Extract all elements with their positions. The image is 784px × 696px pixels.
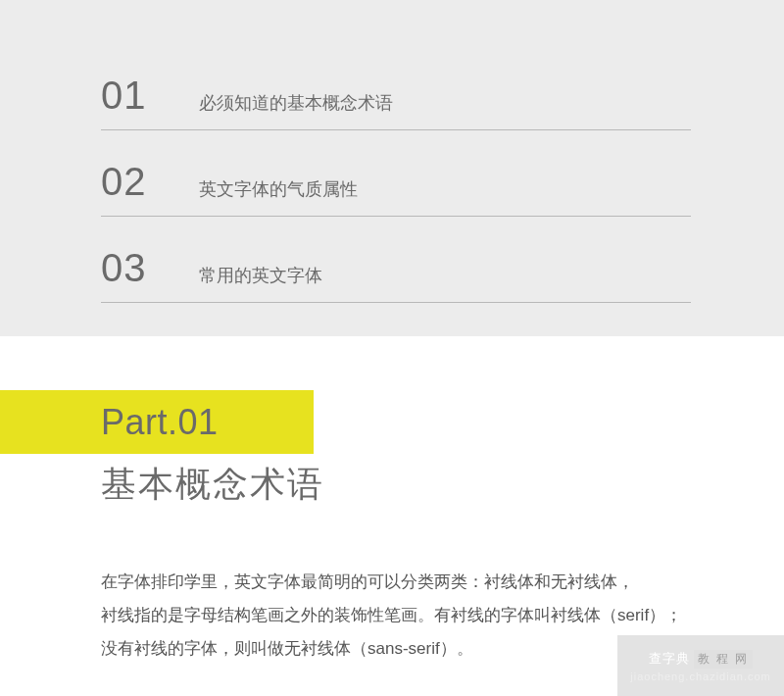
toc-title: 英文字体的气质属性	[199, 177, 358, 201]
watermark: 查字典 教 程 网 jiaocheng.chazidian.com	[617, 635, 784, 696]
part-title: 基本概念术语	[101, 461, 784, 509]
body-line: 在字体排印学里，英文字体最简明的可以分类两类：衬线体和无衬线体，	[101, 566, 784, 599]
toc-item: 01 必须知道的基本概念术语	[101, 74, 691, 130]
toc-number: 02	[101, 160, 199, 204]
toc-list: 01 必须知道的基本概念术语 02 英文字体的气质属性 03 常用的英文字体	[101, 74, 691, 303]
toc-number: 01	[101, 74, 199, 118]
toc-item: 02 英文字体的气质属性	[101, 160, 691, 217]
watermark-brand: 查字典	[649, 650, 690, 668]
toc-title: 必须知道的基本概念术语	[199, 91, 393, 115]
toc-section: 01 必须知道的基本概念术语 02 英文字体的气质属性 03 常用的英文字体	[0, 0, 784, 336]
watermark-brand-row: 查字典 教 程 网	[649, 650, 754, 669]
toc-item: 03 常用的英文字体	[101, 246, 691, 303]
part-header: Part.01 基本概念术语	[0, 390, 784, 509]
watermark-badge: 教 程 网	[694, 650, 754, 669]
toc-title: 常用的英文字体	[199, 264, 322, 287]
watermark-url: jiaocheng.chazidian.com	[630, 671, 770, 682]
toc-number: 03	[101, 246, 199, 290]
part-label: Part.01	[101, 390, 784, 443]
body-line: 衬线指的是字母结构笔画之外的装饰性笔画。有衬线的字体叫衬线体（serif）；	[101, 599, 784, 632]
